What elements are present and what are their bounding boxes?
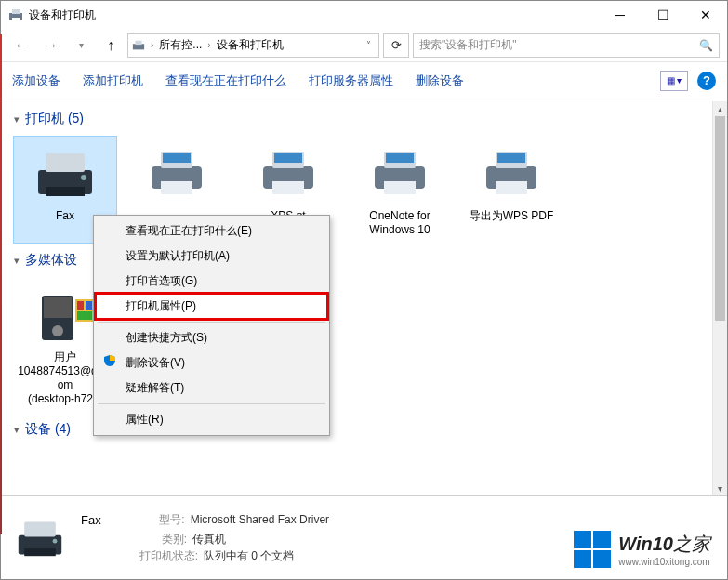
svg-point-8	[81, 175, 86, 180]
shield-icon	[103, 354, 116, 367]
svg-rect-29	[77, 301, 84, 310]
printer-icon	[367, 146, 432, 202]
devices-printers-icon	[132, 39, 145, 52]
printer-icon	[144, 146, 209, 202]
breadcrumb-root[interactable]: 所有控...	[159, 37, 202, 53]
address-dropdown[interactable]: ˅	[363, 40, 375, 50]
view-options-button[interactable]: ▦ ▾	[660, 71, 688, 91]
details-model-label: 型号:	[129, 511, 185, 532]
svg-rect-16	[272, 181, 304, 194]
menu-create-shortcut[interactable]: 创建快捷方式(S)	[96, 325, 327, 350]
minimize-button[interactable]: ─	[599, 1, 642, 29]
svg-rect-33	[24, 521, 56, 536]
svg-point-27	[52, 325, 63, 336]
svg-rect-12	[161, 181, 192, 194]
add-printer-button[interactable]: 添加打印机	[83, 72, 143, 89]
fax-icon	[33, 146, 98, 202]
help-button[interactable]: ?	[697, 72, 716, 90]
details-status-value: 队列中有 0 个文档	[204, 547, 294, 564]
devices-printers-icon	[8, 7, 23, 22]
watermark-brand: Win10之家	[618, 532, 710, 557]
watermark-url: www.win10xitong.com	[618, 557, 710, 567]
watermark: Win10之家 www.win10xitong.com	[574, 531, 710, 568]
search-icon[interactable]: 🔍	[699, 39, 713, 52]
titlebar: 设备和打印机 ─ ☐ ✕	[1, 1, 727, 29]
media-device-icon	[33, 283, 98, 348]
breadcrumb-current[interactable]: 设备和打印机	[217, 37, 284, 53]
close-button[interactable]: ✕	[684, 1, 727, 29]
remove-device-button[interactable]: 删除设备	[416, 72, 464, 89]
printer-icon	[256, 146, 321, 202]
svg-rect-30	[86, 301, 92, 310]
refresh-button[interactable]: ⟳	[383, 33, 409, 58]
details-status-label: 打印机状态:	[131, 547, 198, 564]
windows-logo-icon	[574, 531, 611, 568]
scroll-down-arrow[interactable]: ▾	[713, 481, 727, 495]
print-server-props-button[interactable]: 打印服务器属性	[309, 72, 393, 89]
forward-button[interactable]: →	[38, 33, 64, 59]
menu-troubleshoot[interactable]: 疑难解答(T)	[96, 376, 327, 401]
svg-rect-31	[77, 311, 92, 320]
group-devices-label: 设备 (4)	[25, 421, 71, 438]
svg-rect-23	[497, 153, 525, 163]
menu-set-default[interactable]: 设置为默认打印机(A)	[96, 244, 327, 269]
svg-rect-1	[12, 9, 20, 14]
vertical-scrollbar[interactable]: ▴ ▾	[712, 101, 727, 495]
chevron-right-icon: ›	[151, 40, 153, 50]
menu-see-printing[interactable]: 查看现在正在打印什么(E)	[96, 218, 327, 244]
printer-item-wps-pdf[interactable]: 导出为WPS PDF	[460, 137, 563, 243]
details-category-label: 类别:	[131, 531, 187, 547]
menu-printing-preferences[interactable]: 打印首选项(G)	[96, 269, 327, 294]
add-device-button[interactable]: 添加设备	[12, 72, 60, 89]
menu-remove-device[interactable]: 删除设备(V)	[96, 350, 327, 376]
svg-rect-24	[496, 181, 527, 194]
external-sliver	[0, 34, 2, 534]
group-multimedia-label: 多媒体设	[25, 252, 77, 269]
up-button[interactable]: ↑	[98, 33, 124, 59]
window-title: 设备和打印机	[29, 7, 599, 23]
recent-dropdown[interactable]: ▾	[68, 33, 94, 59]
context-menu: 查看现在正在打印什么(E) 设置为默认打印机(A) 打印首选项(G) 打印机属性…	[93, 215, 330, 436]
window-root: 设备和打印机 ─ ☐ ✕ ← → ▾ ↑ › 所有控... › 设备和打印机 ˅…	[0, 0, 728, 580]
item-label: Fax	[56, 209, 74, 223]
svg-rect-4	[136, 40, 142, 44]
svg-rect-15	[274, 153, 302, 163]
menu-printer-properties[interactable]: 打印机属性(P)	[96, 294, 327, 319]
details-name: Fax	[81, 511, 101, 530]
svg-rect-34	[24, 548, 56, 556]
item-label: OneNote for Windows 10	[351, 209, 449, 237]
menu-separator	[98, 403, 325, 404]
printer-item-onenote[interactable]: OneNote for Windows 10	[349, 137, 451, 243]
svg-rect-19	[386, 153, 414, 163]
navbar: ← → ▾ ↑ › 所有控... › 设备和打印机 ˅ ⟳ 搜索"设备和打印机"…	[1, 29, 727, 62]
item-label: 导出为WPS PDF	[470, 209, 554, 223]
address-bar[interactable]: › 所有控... › 设备和打印机 ˅	[127, 33, 379, 58]
svg-rect-7	[46, 187, 85, 196]
svg-rect-6	[46, 153, 85, 172]
search-input[interactable]: 搜索"设备和打印机" 🔍	[413, 33, 720, 58]
maximize-button[interactable]: ☐	[642, 1, 684, 29]
back-button[interactable]: ←	[8, 33, 34, 59]
scroll-thumb[interactable]	[715, 116, 725, 321]
svg-point-35	[53, 538, 58, 543]
svg-rect-26	[44, 297, 72, 318]
fax-icon	[14, 516, 66, 560]
menu-separator	[98, 322, 325, 323]
svg-rect-3	[133, 44, 144, 49]
printer-icon	[479, 146, 544, 202]
details-pane: Fax 型号: Microsoft Shared Fax Driver 类别: …	[1, 495, 727, 579]
details-model-value: Microsoft Shared Fax Driver	[191, 511, 329, 532]
details-category-value: 传真机	[192, 531, 226, 547]
search-placeholder: 搜索"设备和打印机"	[419, 37, 517, 53]
svg-rect-2	[12, 18, 20, 20]
chevron-right-icon: ›	[207, 40, 210, 50]
see-printing-button[interactable]: 查看现在正在打印什么	[165, 72, 286, 89]
chevron-down-icon: ▾	[14, 424, 20, 436]
group-printers-header[interactable]: ▾ 打印机 (5)	[1, 105, 712, 133]
scroll-up-arrow[interactable]: ▴	[713, 101, 727, 116]
chevron-down-icon: ▾	[14, 255, 20, 267]
chevron-down-icon: ▾	[14, 113, 20, 125]
menu-properties[interactable]: 属性(R)	[96, 407, 327, 432]
svg-rect-20	[384, 181, 416, 194]
command-bar: 添加设备 添加打印机 查看现在正在打印什么 打印服务器属性 删除设备 ▦ ▾ ?	[1, 62, 727, 99]
